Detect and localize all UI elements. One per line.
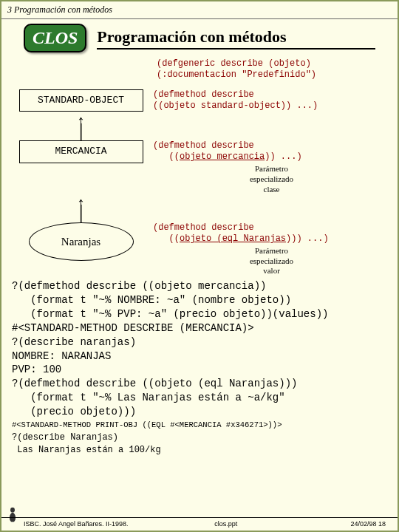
code-line: Las Naranjas están a 100/kg (12, 445, 161, 455)
row-naranjas: Naranjas (defmethod describe ((objeto (e… (9, 222, 390, 276)
note-line: clase (153, 185, 390, 195)
footer-author: ISBC. José Angel Bañares. II-1998. (24, 520, 173, 528)
chapter-label: 3 Programación con métodos (1, 1, 398, 19)
code-line: (:documentacion "Predefinido") (157, 69, 390, 81)
arrow-row-1: ↑ │ (9, 115, 390, 140)
box-standard-object: STANDARD-OBJECT (19, 89, 143, 112)
code-line: (format t "~% PVP: ~a" (precio objeto))(… (12, 308, 328, 320)
slide-footer: ISBC. José Angel Bañares. II-1998. clos.… (1, 517, 398, 528)
page-title: Programación con métodos (97, 27, 375, 50)
up-arrow-stem: │ (76, 208, 86, 221)
code-line: (format t "~% NOMBRE: ~a" (nombre objeto… (12, 294, 291, 306)
arrow-row-2: ↑ │ (9, 197, 390, 222)
note-line: Parámetro (153, 164, 390, 174)
note-class: Parámetro especializado clase (153, 164, 390, 194)
note-line: especializado (153, 256, 390, 267)
code-tail: ))) ...) (286, 233, 329, 244)
code-line: ((objeto mercancia)) ...) (153, 151, 390, 163)
example-session: ?(defmethod describe ((objeto mercancia)… (1, 276, 398, 457)
method-naranjas: (defmethod describe ((objeto (eql Naranj… (153, 222, 390, 276)
note-value: Parámetro especializado valor (153, 246, 390, 276)
code-line: (defmethod describe (153, 140, 390, 151)
footer-date-page: 24/02/98 18 (279, 520, 390, 528)
note-line: Parámetro (153, 246, 390, 256)
row-standard-object: STANDARD-OBJECT (defmethod describe ((ob… (9, 89, 390, 112)
underlined-param: objeto mercancia (180, 151, 265, 162)
code-line: NOMBRE: NARANJAS (12, 350, 111, 362)
code-line: ?(defmethod describe ((objeto mercancia)… (12, 280, 266, 292)
code-line: ((objeto standard-object)) ...) (153, 100, 390, 112)
code-line: #<STANDARD-METHOD DESCRIBE (MERCANCIA)> (12, 322, 254, 334)
up-arrow-stem: │ (76, 126, 86, 140)
method-mercancia: (defmethod describe ((objeto mercancia))… (153, 140, 390, 194)
code-line: ((objeto (eql Naranjas))) ...) (153, 233, 390, 245)
code-tail: )) ...) (265, 151, 301, 162)
code-line: PVP: 100 (12, 364, 61, 375)
code-line: (defmethod describe (153, 222, 390, 233)
code-line: ?(defmethod describe ((objeto (eql Naran… (12, 378, 297, 389)
row-mercancia: MERCANCIA (defmethod describe ((objeto m… (9, 140, 390, 194)
ellipse-naranjas: Naranjas (29, 222, 134, 261)
method-standard-object: (defmethod describe ((objeto standard-ob… (153, 89, 390, 112)
footer-filename: clos.ppt (173, 520, 279, 528)
code-line: (defgeneric describe (objeto) (157, 58, 390, 69)
clos-badge: CLOS (24, 24, 86, 52)
note-line: valor (153, 266, 390, 276)
slide-page: 3 Programación con métodos CLOS Programa… (0, 0, 399, 532)
code-line: (format t "~% Las Naranjas están a ~a/kg… (12, 392, 285, 403)
svg-point-0 (10, 508, 15, 513)
underlined-param: objeto (eql Naranjas (180, 233, 286, 244)
code-line: ?(describe Naranjas) (12, 432, 118, 443)
defgeneric-block: (defgeneric describe (objeto) (:document… (157, 58, 390, 81)
title-row: CLOS Programación con métodos (1, 19, 398, 55)
code-line: #<STANDARD-METHOD PRINT-OBJ ((EQL #<MERC… (12, 420, 282, 429)
code-line: ?(describe naranjas) (12, 336, 136, 348)
code-line: (precio objeto))) (12, 406, 136, 417)
code-line: (defmethod describe (153, 89, 390, 100)
note-line: especializado (153, 174, 390, 185)
content-area: (defgeneric describe (objeto) (:document… (1, 55, 398, 276)
box-mercancia: MERCANCIA (19, 140, 143, 163)
